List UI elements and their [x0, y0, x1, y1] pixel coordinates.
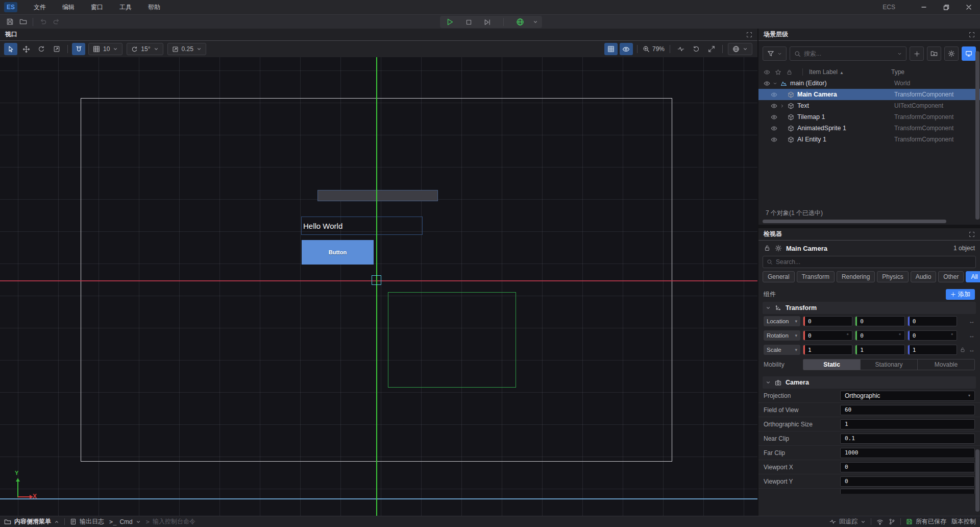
projection-select[interactable]: Orthographic ▾ — [840, 391, 975, 401]
eye-icon[interactable] — [771, 91, 778, 98]
tab-other[interactable]: Other — [938, 271, 964, 282]
save-button[interactable] — [3, 16, 16, 28]
eye-icon[interactable] — [764, 80, 771, 87]
rotation-snap-dropdown[interactable]: 15° — [127, 43, 163, 55]
chevron-down-icon[interactable] — [771, 81, 779, 86]
hierarchy-settings-button[interactable] — [944, 46, 959, 61]
inspector-search-input[interactable] — [776, 258, 972, 266]
reset-link-icon[interactable]: ↔ — [969, 346, 975, 353]
mobility-movable[interactable]: Movable — [918, 360, 974, 370]
eye-icon[interactable] — [771, 125, 778, 132]
camera-section-header[interactable]: Camera — [763, 376, 976, 389]
fullscreen-button[interactable] — [705, 43, 718, 55]
version-control-button[interactable]: 版本控制 — [951, 517, 976, 526]
zoom-control[interactable]: 79% — [643, 45, 665, 53]
scene-button-widget[interactable]: Button — [302, 240, 374, 265]
filter-button[interactable] — [763, 46, 787, 61]
select-tool-button[interactable] — [4, 43, 17, 55]
platform-chevron-icon[interactable] — [533, 19, 538, 25]
tab-all[interactable]: All — [966, 271, 980, 282]
field-of-view-input[interactable]: 60 — [840, 405, 975, 415]
app-logo[interactable]: ES — [4, 2, 17, 12]
scale-snap-dropdown[interactable]: 0.25 — [167, 43, 206, 55]
near-clip-input[interactable]: 0.1 — [840, 434, 975, 444]
view-mode-button[interactable] — [962, 46, 976, 61]
menu-file[interactable]: 文件 — [27, 1, 53, 14]
content-drawer-button[interactable]: 内容侧滑菜单 — [4, 517, 59, 526]
stats-button[interactable] — [674, 43, 688, 55]
partial-input[interactable] — [840, 489, 975, 494]
hierarchy-row-world[interactable]: main (Editor) World — [758, 78, 980, 89]
viewport-y-input[interactable]: 0 — [840, 476, 975, 487]
far-clip-input[interactable]: 1000 — [840, 448, 975, 458]
location-x-input[interactable]: 0 — [803, 316, 852, 326]
add-entity-button[interactable] — [910, 46, 924, 61]
hierarchy-row-ai-entity[interactable]: AI Entity 1 TransformComponent — [758, 134, 980, 145]
maximize-button[interactable] — [935, 0, 958, 14]
stop-button[interactable] — [463, 16, 475, 28]
eye-icon[interactable] — [771, 136, 778, 143]
scale-y-input[interactable]: 1 — [855, 345, 904, 355]
tab-transform[interactable]: Transform — [797, 271, 835, 282]
trace-dropdown[interactable]: 回追踪 — [829, 517, 866, 526]
snap-toggle-button[interactable] — [72, 43, 85, 55]
scene-text-widget[interactable]: Hello World — [301, 217, 423, 235]
scale-dropdown[interactable]: Scale▾ — [764, 345, 800, 355]
gizmo-visibility-button[interactable] — [620, 43, 633, 55]
network-status-icon[interactable] — [876, 518, 884, 525]
column-type[interactable]: Type — [891, 68, 904, 76]
close-button[interactable] — [958, 0, 980, 14]
inspector-vscrollbar[interactable] — [975, 449, 979, 512]
play-button[interactable] — [444, 16, 456, 28]
open-project-button[interactable] — [16, 16, 30, 28]
eye-icon[interactable] — [771, 114, 778, 121]
grid-snap-dropdown[interactable]: 10 — [88, 43, 122, 55]
cmd-dropdown[interactable]: >_ Cmd — [109, 518, 141, 525]
scene-green-rect[interactable] — [388, 292, 516, 388]
menu-window[interactable]: 窗口 — [84, 1, 110, 14]
mobility-stationary[interactable]: Stationary — [861, 360, 918, 370]
reset-view-button[interactable] — [690, 43, 703, 55]
hierarchy-row-text[interactable]: Text UITextComponent — [758, 100, 980, 111]
hscrollbar-thumb[interactable] — [763, 220, 946, 223]
rotation-y-input[interactable]: 0° — [855, 330, 904, 341]
add-component-button[interactable]: 添加 — [946, 289, 975, 300]
orthographic-size-input[interactable]: 1 — [840, 419, 975, 429]
scale-z-input[interactable]: 1 — [908, 345, 957, 355]
unlock-icon[interactable] — [960, 347, 966, 353]
undo-button[interactable] — [36, 16, 50, 28]
inspector-expand-button[interactable] — [969, 231, 975, 237]
chevron-right-icon[interactable] — [778, 104, 786, 108]
selection-square[interactable] — [372, 275, 381, 285]
hierarchy-vscrollbar[interactable] — [975, 51, 979, 220]
hierarchy-row-animatedsprite[interactable]: AnimatedSprite 1 TransformComponent — [758, 123, 980, 134]
grid-visibility-button[interactable] — [604, 43, 618, 55]
tab-physics[interactable]: Physics — [877, 271, 908, 282]
minimize-button[interactable] — [913, 0, 935, 14]
viewport-expand-button[interactable] — [746, 32, 752, 38]
column-item-label[interactable]: Item Label▲ — [802, 68, 891, 76]
gear-icon[interactable] — [775, 245, 782, 252]
world-dropdown[interactable] — [728, 43, 752, 55]
tab-general[interactable]: General — [763, 271, 795, 282]
rotate-tool-button[interactable] — [35, 43, 48, 55]
rotation-dropdown[interactable]: Rotation▾ — [764, 330, 800, 341]
menu-help[interactable]: 帮助 — [141, 1, 167, 14]
eye-icon[interactable] — [771, 103, 778, 109]
hierarchy-expand-button[interactable] — [969, 32, 975, 38]
tab-rendering[interactable]: Rendering — [837, 271, 875, 282]
location-y-input[interactable]: 0 — [855, 316, 904, 326]
reset-link-icon[interactable]: ↔ — [969, 332, 975, 339]
rotation-x-input[interactable]: 0° — [803, 330, 852, 341]
move-tool-button[interactable] — [19, 43, 33, 55]
platform-button[interactable] — [514, 16, 526, 28]
output-log-button[interactable]: 输出日志 — [70, 517, 104, 526]
scene-canvas[interactable]: Hello World Button Y X — [0, 57, 757, 516]
tab-audio[interactable]: Audio — [911, 271, 937, 282]
hierarchy-hscrollbar[interactable] — [758, 219, 980, 225]
rotation-z-input[interactable]: 0° — [908, 330, 957, 341]
new-folder-button[interactable] — [927, 46, 941, 61]
rect-edit-tool-button[interactable] — [50, 43, 63, 55]
hierarchy-row-main-camera[interactable]: Main Camera TransformComponent — [758, 89, 980, 100]
scene-slider-widget[interactable] — [317, 190, 438, 201]
